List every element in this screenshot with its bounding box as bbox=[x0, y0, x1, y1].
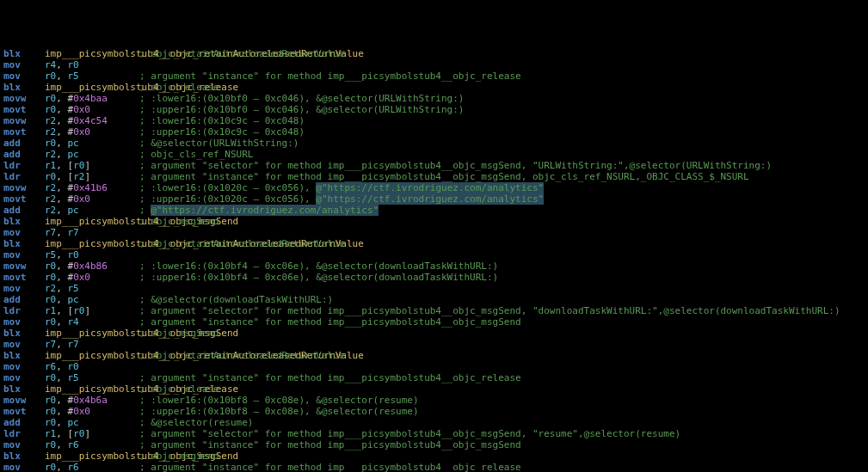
comment: ; objc_msgSend bbox=[139, 451, 219, 462]
disasm-line[interactable]: ldrr1, [r0]; argument "selector" for met… bbox=[3, 160, 865, 171]
mnemonic: blx bbox=[3, 328, 45, 339]
disassembly-view[interactable]: blximp___picsymbolstub4__objc_retainAuto… bbox=[3, 48, 865, 472]
comment: ; :upper16:(0x10c9c – 0xc048) bbox=[139, 126, 305, 138]
register: r1 bbox=[45, 305, 56, 316]
comment: ; argument "selector" for method imp___p… bbox=[139, 305, 840, 316]
operands: r0, #0x4b86 bbox=[45, 261, 139, 272]
punct: , bbox=[56, 283, 67, 294]
punct: ] bbox=[84, 305, 90, 316]
disasm-line[interactable]: addr0, pc; &@selector(URLWithString:) bbox=[3, 138, 865, 149]
punct: , bbox=[56, 372, 67, 383]
disasm-line[interactable]: movr7, r7 bbox=[3, 339, 865, 350]
mnemonic: mov bbox=[3, 227, 45, 238]
mnemonic: mov bbox=[3, 372, 45, 383]
disasm-line[interactable]: movwr0, #0x4b86; :lower16:(0x10bf4 – 0xc… bbox=[3, 261, 865, 272]
register: r5 bbox=[68, 70, 79, 82]
mnemonic: add bbox=[3, 138, 45, 149]
register: r0 bbox=[45, 439, 56, 451]
disasm-line[interactable]: blximp___picsymbolstub4__objc_retainAuto… bbox=[3, 350, 865, 361]
number-literal: 0x0 bbox=[73, 272, 90, 283]
register: r0 bbox=[45, 316, 56, 328]
mnemonic: movt bbox=[3, 126, 45, 138]
number-literal: 0x0 bbox=[73, 104, 90, 115]
disasm-line[interactable]: movr0, r5; argument "instance" for metho… bbox=[3, 372, 865, 383]
disasm-line[interactable]: blximp___picsymbolstub4__objc_release; o… bbox=[3, 82, 865, 93]
operands: imp___picsymbolstub4__objc_retainAutorel… bbox=[45, 48, 139, 59]
mnemonic: add bbox=[3, 294, 45, 305]
disasm-line[interactable]: movr0, r5; argument "instance" for metho… bbox=[3, 70, 865, 82]
register: r5 bbox=[68, 283, 79, 294]
comment: ; objc_msgSend bbox=[139, 328, 219, 339]
disasm-line[interactable]: movr0, r4; argument "instance" for metho… bbox=[3, 316, 865, 328]
disasm-line[interactable]: movr2, r5 bbox=[3, 283, 865, 294]
disasm-line[interactable]: blximp___picsymbolstub4__objc_msgSend; o… bbox=[3, 328, 865, 339]
operands: r0, r5 bbox=[45, 70, 139, 82]
punct: , bbox=[56, 249, 67, 261]
disasm-line[interactable]: blximp___picsymbolstub4__objc_msgSend; o… bbox=[3, 451, 865, 462]
disasm-line[interactable]: addr2, pc; @"https://ctf.ivrodriguez.com… bbox=[3, 205, 865, 216]
comment: ; &@selector(resume) bbox=[139, 417, 253, 428]
mnemonic: blx bbox=[3, 350, 45, 361]
number-literal: 0x0 bbox=[73, 193, 90, 205]
disasm-line[interactable]: movtr0, #0x0; :upper16:(0x10bf0 – 0xc046… bbox=[3, 104, 865, 115]
disasm-line[interactable]: movr7, r7 bbox=[3, 227, 865, 238]
disasm-line[interactable]: movwr0, #0x4baa; :lower16:(0x10bf0 – 0xc… bbox=[3, 93, 865, 104]
disasm-line[interactable]: movr0, r6; argument "instance" for metho… bbox=[3, 462, 865, 472]
disasm-line[interactable]: blximp___picsymbolstub4__objc_retainAuto… bbox=[3, 238, 865, 249]
comment: ; :upper16:(0x10bf8 – 0xc08e), &@selecto… bbox=[139, 406, 419, 417]
register: r4 bbox=[68, 316, 79, 328]
disasm-line[interactable]: movtr0, #0x0; :upper16:(0x10bf8 – 0xc08e… bbox=[3, 406, 865, 417]
disasm-line[interactable]: blximp___picsymbolstub4__objc_retainAuto… bbox=[3, 48, 865, 59]
comment: ; :lower16:(0x10c9c – 0xc048) bbox=[139, 115, 305, 126]
mnemonic: blx bbox=[3, 82, 45, 93]
disasm-line[interactable]: movr4, r0 bbox=[3, 59, 865, 70]
register: r7 bbox=[45, 227, 56, 238]
punct: , [ bbox=[56, 428, 73, 439]
disasm-line[interactable]: ldrr1, [r0]; argument "selector" for met… bbox=[3, 305, 865, 316]
disasm-line[interactable]: ldrr0, [r2]; argument "instance" for met… bbox=[3, 171, 865, 182]
mnemonic: movw bbox=[3, 395, 45, 406]
disasm-line[interactable]: movtr2, #0x0; :upper16:(0x1020c – 0xc056… bbox=[3, 193, 865, 205]
disasm-line[interactable]: movwr2, #0x4c54; :lower16:(0x10c9c – 0xc… bbox=[3, 115, 865, 126]
mnemonic: blx bbox=[3, 238, 45, 249]
disasm-line[interactable]: movtr0, #0x0; :upper16:(0x10bf4 – 0xc06e… bbox=[3, 272, 865, 283]
mnemonic: movw bbox=[3, 115, 45, 126]
disasm-line[interactable]: addr0, pc; &@selector(resume) bbox=[3, 417, 865, 428]
punct: , bbox=[56, 70, 67, 82]
punct: , # bbox=[56, 126, 73, 138]
comment: ; &@selector(URLWithString:) bbox=[139, 138, 299, 149]
disasm-line[interactable]: movr0, r6; argument "instance" for metho… bbox=[3, 439, 865, 451]
register: r0 bbox=[45, 104, 56, 115]
disasm-line[interactable]: movwr0, #0x4b6a; :lower16:(0x10bf8 – 0xc… bbox=[3, 395, 865, 406]
operands: imp___picsymbolstub4__objc_release bbox=[45, 82, 139, 93]
operands: r7, r7 bbox=[45, 227, 139, 238]
number-literal: 0x0 bbox=[73, 126, 90, 138]
operands: r7, r7 bbox=[45, 339, 139, 350]
operands: r0, #0x0 bbox=[45, 406, 139, 417]
comment: ; argument "instance" for method imp___p… bbox=[139, 316, 521, 328]
mnemonic: mov bbox=[3, 316, 45, 328]
mnemonic: blx bbox=[3, 451, 45, 462]
comment: ; argument "instance" for method imp___p… bbox=[139, 439, 521, 451]
operands: r0, pc bbox=[45, 138, 139, 149]
punct: , # bbox=[56, 104, 73, 115]
comment: ; objc_retainAutoreleasedReturnValue bbox=[139, 350, 344, 361]
disasm-line[interactable]: movr6, r0 bbox=[3, 361, 865, 372]
disasm-line[interactable]: blximp___picsymbolstub4__objc_msgSend; o… bbox=[3, 216, 865, 227]
disasm-line[interactable]: addr0, pc; &@selector(downloadTaskWithUR… bbox=[3, 294, 865, 305]
mnemonic: movt bbox=[3, 193, 45, 205]
register: r0 bbox=[45, 93, 56, 104]
disasm-line[interactable]: movr5, r0 bbox=[3, 249, 865, 261]
disasm-line[interactable]: movtr2, #0x0; :upper16:(0x10c9c – 0xc048… bbox=[3, 126, 865, 138]
punct: ] bbox=[84, 160, 90, 171]
punct: ] bbox=[84, 428, 90, 439]
mnemonic: mov bbox=[3, 361, 45, 372]
comment: ; argument "instance" for method imp___p… bbox=[139, 171, 749, 182]
comment: ; objc_retainAutoreleasedReturnValue bbox=[139, 238, 344, 249]
number-literal: 0x41b6 bbox=[73, 182, 108, 193]
disasm-line[interactable]: ldrr1, [r0]; argument "selector" for met… bbox=[3, 428, 865, 439]
disasm-line[interactable]: addr2, pc; objc_cls_ref_NSURL bbox=[3, 149, 865, 160]
disasm-line[interactable]: movwr2, #0x41b6; :lower16:(0x1020c – 0xc… bbox=[3, 182, 865, 193]
disasm-line[interactable]: blximp___picsymbolstub4__objc_release; o… bbox=[3, 383, 865, 395]
mnemonic: blx bbox=[3, 383, 45, 395]
